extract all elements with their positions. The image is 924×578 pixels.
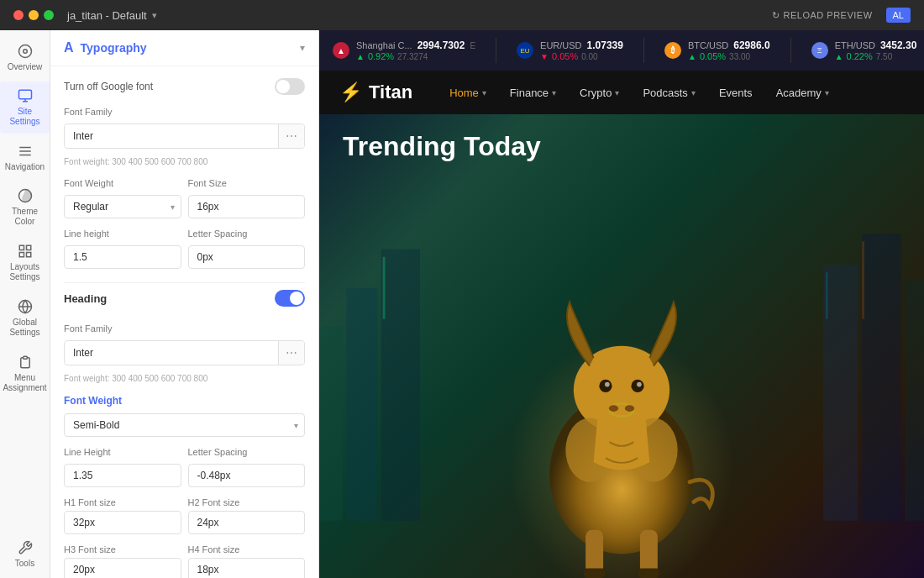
tools-icon: [18, 540, 33, 555]
body-line-height-input[interactable]: [64, 245, 181, 269]
h1-input[interactable]: [64, 511, 181, 534]
nav-link-academy[interactable]: Academy ▾: [766, 81, 839, 104]
svg-rect-38: [383, 257, 386, 319]
sidebar-item-global-settings[interactable]: Global Settings: [0, 292, 50, 344]
body-letter-spacing-col: Letter Spacing: [188, 229, 306, 269]
reload-preview-button[interactable]: ↻ RELOAD PREVIEW: [772, 10, 873, 21]
body-font-weights: Font weight: 300 400 500 600 700 800: [64, 155, 305, 168]
color-icon: [18, 188, 33, 203]
nav-academy-label: Academy: [776, 87, 822, 99]
body-letter-spacing-label: Letter Spacing: [188, 229, 306, 239]
font-options-icon[interactable]: ⋯: [278, 124, 304, 148]
heading-divider: Heading: [64, 282, 305, 313]
heading-line-height-section: Line Height: [64, 447, 181, 487]
h3-input[interactable]: [64, 558, 181, 578]
nav-crypto-arrow: ▾: [615, 88, 619, 97]
heading-letter-spacing-col: Letter Spacing: [188, 447, 306, 487]
google-font-toggle[interactable]: [275, 78, 305, 95]
window-controls: [13, 10, 54, 20]
svg-point-1: [23, 50, 27, 54]
sidebar-item-layouts-settings[interactable]: Layouts Settings: [0, 237, 50, 289]
heading-line-height-input[interactable]: [64, 464, 181, 487]
heading-letter-spacing-label: Letter Spacing: [188, 447, 306, 457]
close-button[interactable]: [13, 10, 24, 20]
ticker-shanghai: ▲ Shanghai C... 2994.7302 E ▲ 0.92% 27.3…: [333, 39, 475, 61]
heading-font-options-icon[interactable]: ⋯: [278, 341, 304, 365]
heading-line-letter-row: Line Height Letter Spacing: [64, 447, 305, 487]
sidebar-label-menu: Menu Assignment: [3, 373, 46, 393]
settings-panel: A Typography ▾ Turn off Google font Font…: [50, 30, 319, 578]
heading-line-height-label: Line Height: [64, 447, 181, 457]
nav-link-home[interactable]: Home ▾: [439, 81, 496, 104]
ticker-ethusd-details: ETH/USD 3452.30 ▲ 0.22% 7.50: [835, 39, 917, 61]
nav-podcasts-label: Podcasts: [643, 87, 687, 99]
google-font-toggle-row: Turn off Google font: [64, 76, 305, 97]
btc-flag: ₿: [664, 42, 681, 59]
svg-rect-2: [18, 90, 31, 99]
al-button[interactable]: AL: [886, 8, 911, 23]
main-layout: Overview Site Settings Navigation Theme …: [0, 30, 924, 578]
nav-finance-arrow: ▾: [552, 88, 556, 97]
svg-rect-11: [19, 253, 24, 257]
heading-font-weight-select[interactable]: Semi-Bold Regular Bold: [64, 413, 305, 437]
body-letter-spacing-section: Letter Spacing: [188, 229, 306, 269]
ticker-divider-2: [643, 38, 644, 63]
h2-label: H2 Font size: [188, 497, 306, 507]
settings-icon: [18, 88, 33, 103]
body-letter-spacing-input[interactable]: [188, 245, 306, 269]
h4-label: H4 Font size: [188, 544, 306, 554]
sidebar-item-tools[interactable]: Tools: [0, 533, 50, 578]
svg-rect-15: [23, 356, 27, 359]
svg-rect-10: [26, 245, 30, 250]
nav-link-events[interactable]: Events: [709, 81, 763, 104]
sidebar-label-layouts: Layouts Settings: [3, 262, 46, 282]
eurusd-name: EUR/USD: [540, 40, 582, 50]
h4-input[interactable]: [188, 558, 306, 578]
shanghai-change: 0.92%: [368, 51, 394, 61]
nav-home-arrow: ▾: [482, 88, 486, 97]
ethusd-sub: 7.50: [876, 52, 892, 61]
body-font-family-input[interactable]: [65, 125, 278, 147]
heading-font-family-input[interactable]: [65, 342, 278, 364]
nav-link-finance[interactable]: Finance ▾: [500, 81, 566, 104]
ethusd-arrow: ▲: [835, 52, 843, 61]
eurusd-sub: 0.00: [581, 52, 597, 61]
ticker-divider-3: [790, 38, 791, 63]
svg-rect-29: [638, 569, 659, 578]
ethusd-value: 3452.30: [880, 39, 916, 51]
nav-events-label: Events: [719, 87, 753, 99]
ethusd-change: 0.22%: [847, 51, 873, 61]
body-font-size-input[interactable]: [188, 195, 306, 218]
h3-label: H3 Font size: [64, 544, 181, 554]
ticker-btcusd: ₿ BTC/USD 62986.0 ▲ 0.05% 33.00: [664, 39, 770, 61]
icon-sidebar: Overview Site Settings Navigation Theme …: [0, 30, 50, 578]
reload-label: RELOAD PREVIEW: [784, 10, 873, 20]
svg-rect-40: [826, 272, 828, 318]
h2-input[interactable]: [188, 511, 306, 534]
body-font-size-label: Font Size: [188, 178, 306, 188]
heading-letter-spacing-input[interactable]: [188, 464, 306, 487]
chevron-down-icon: ▾: [152, 10, 157, 21]
sidebar-item-menu-assignment[interactable]: Menu Assignment: [0, 348, 50, 400]
minimize-button[interactable]: [29, 10, 39, 20]
collapse-icon[interactable]: ▾: [300, 42, 305, 54]
navigation-icon: [18, 144, 33, 159]
svg-rect-34: [381, 250, 420, 521]
sidebar-item-navigation[interactable]: Navigation: [0, 137, 50, 178]
ticker-shanghai-details: Shanghai C... 2994.7302 E ▲ 0.92% 27.327…: [356, 39, 475, 61]
heading-font-weight-select-wrapper: Semi-Bold Regular Bold: [64, 413, 305, 437]
btcusd-arrow: ▲: [688, 52, 696, 61]
sidebar-item-site-settings[interactable]: Site Settings: [0, 81, 50, 134]
body-font-weight-select[interactable]: Regular Bold Semi-Bold: [64, 195, 181, 218]
nav-link-podcasts[interactable]: Podcasts ▾: [633, 81, 705, 104]
heading-toggle[interactable]: [275, 290, 305, 307]
nav-link-crypto[interactable]: Crypto ▾: [570, 81, 629, 104]
nav-links: Home ▾ Finance ▾ Crypto ▾ Podcasts ▾ Eve…: [439, 81, 839, 104]
typography-icon: A: [64, 40, 74, 55]
maximize-button[interactable]: [44, 10, 54, 20]
cn-flag: ▲: [333, 42, 349, 59]
sidebar-item-overview[interactable]: Overview: [0, 37, 50, 78]
sidebar-item-theme-color[interactable]: Theme Color: [0, 181, 50, 234]
body-font-weight-section: Font Weight Regular Bold Semi-Bold: [64, 178, 181, 218]
app-title: ja_titan - Default ▾: [67, 9, 157, 22]
